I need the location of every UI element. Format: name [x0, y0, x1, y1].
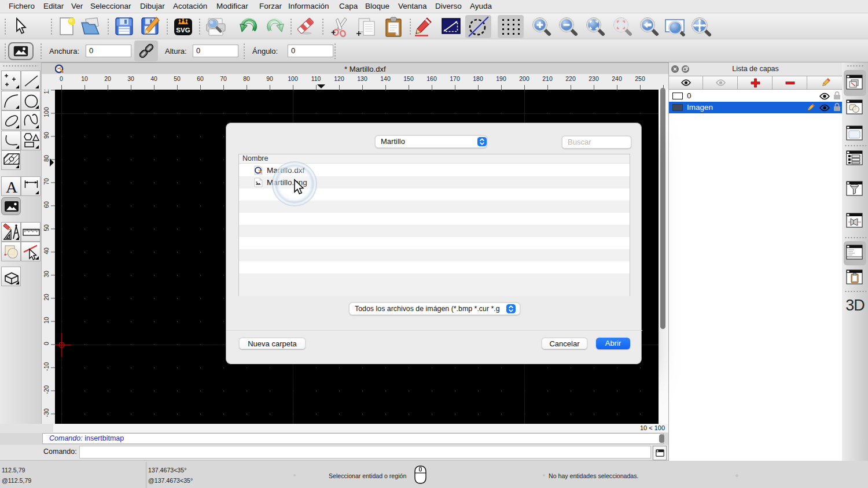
svg-text:A: A	[6, 178, 18, 196]
svg-text:SVG: SVG	[176, 27, 190, 34]
